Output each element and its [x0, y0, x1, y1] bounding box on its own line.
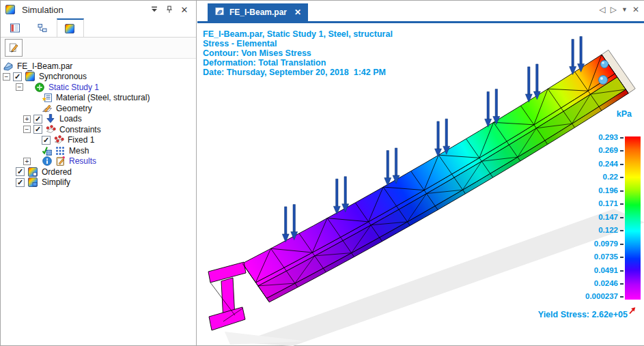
annotation-line: Contour: Von Mises Stress	[203, 48, 393, 58]
tree-item-synchronous[interactable]: −✓Synchronous	[1, 72, 196, 83]
app-window: Simulation ✕ FE_I-Beam.par−✓Synchronous−…	[0, 0, 644, 346]
tab-close-icon[interactable]: ✕	[294, 8, 301, 17]
annotation-line: Stress - Elemental	[203, 39, 393, 48]
stress-legend: kPa 0.2930.2690.2440.220.1960.1710.1470.…	[580, 109, 644, 314]
checkbox[interactable]: ✓	[33, 125, 42, 134]
checkbox[interactable]: ✓	[33, 115, 42, 124]
document-tab-label: FE_I-Beam.par	[229, 8, 287, 17]
legend-value: 0.0735	[580, 253, 618, 261]
mesh-check-icon	[42, 145, 53, 156]
tree-item-mesh[interactable]: Mesh	[1, 145, 196, 156]
tree-item-label: Results	[68, 156, 96, 166]
tree-item-label: Geometry	[55, 104, 92, 113]
tree-item-label: Mesh	[68, 146, 89, 156]
document-icon	[214, 6, 225, 18]
panel-tab-colormap[interactable]	[57, 18, 84, 37]
legend-tick	[620, 270, 624, 272]
tree-item-fixed-1[interactable]: ✓Fixed 1	[1, 135, 196, 146]
simulation-panel-icon	[5, 4, 16, 15]
tab-forward-icon[interactable]: ▷	[611, 5, 617, 14]
tree-item-fe-i-beam-par[interactable]: FE_I-Beam.par	[1, 61, 196, 72]
view-close-icon[interactable]: ✕	[632, 5, 639, 14]
tree-item-label: Static Study 1	[47, 83, 99, 92]
legend-tick	[620, 296, 624, 298]
legend-tick	[620, 137, 624, 139]
edgebar-icon	[10, 23, 20, 33]
legend-tick	[620, 164, 624, 165]
simulation-panel: Simulation ✕ FE_I-Beam.par−✓Synchronous−…	[1, 1, 197, 345]
tree-item-label: Synchronous	[38, 72, 87, 81]
tree-item-loads[interactable]: +✓Loads	[1, 114, 196, 125]
checkbox[interactable]: ✓	[16, 167, 25, 176]
edit-study-button[interactable]	[5, 39, 23, 57]
expander-icon[interactable]: +	[23, 158, 31, 165]
tree-item-geometry[interactable]: Geometry	[1, 103, 196, 114]
tree-item-ordered[interactable]: ✓Ordered	[1, 167, 196, 177]
expander-icon[interactable]: −	[23, 126, 31, 133]
legend-value: 0.196	[580, 186, 618, 194]
colormap-icon	[64, 23, 75, 34]
tab-back-icon[interactable]: ◁	[600, 5, 606, 14]
panel-close-icon[interactable]: ✕	[177, 3, 192, 16]
tree-item-label: Ordered	[40, 167, 72, 177]
panel-title: Simulation	[22, 5, 147, 15]
checkbox[interactable]: ✓	[13, 72, 22, 81]
tree-item-label: FE_I-Beam.par	[16, 61, 72, 71]
part-icon	[3, 61, 14, 72]
report-icon	[55, 156, 66, 167]
legend-tick	[620, 257, 624, 258]
svg-text:★: ★	[42, 96, 47, 102]
legend-value: 0.0491	[580, 266, 618, 274]
ordered-icon	[27, 167, 38, 177]
expander-icon[interactable]: +	[23, 115, 31, 123]
panel-dock-tabs	[1, 18, 196, 38]
material-icon: ★	[42, 92, 53, 103]
view-annotation: FE_I-Beam.par, Static Study 1, Steel, st…	[203, 29, 393, 77]
document-tabstrip: FE_I-Beam.par ✕ ◁ ▷ ▼ ✕	[197, 1, 644, 23]
legend-tick	[620, 244, 624, 245]
panel-header: Simulation ✕	[1, 1, 196, 18]
panel-toolbar	[1, 38, 196, 59]
yield-stress-note: Yield Stress: 2.62e+05	[538, 310, 636, 319]
legend-value: 0.0979	[580, 240, 618, 248]
legend-tick	[620, 203, 624, 205]
tree-item-constraints[interactable]: −✓Constraints	[1, 124, 196, 135]
tree-item-static-study-1[interactable]: −Static Study 1	[1, 82, 196, 93]
checkbox[interactable]: ✓	[16, 178, 25, 187]
tree-item-results[interactable]: +Results	[1, 156, 196, 167]
expander-icon[interactable]: −	[16, 83, 23, 91]
yield-stress-label: Yield Stress: 2.62e+05	[538, 310, 628, 319]
legend-value: 0.171	[580, 199, 618, 207]
legend-value: 0.147	[580, 213, 618, 221]
tab-list-icon[interactable]: ▼	[621, 6, 628, 13]
yield-marker-icon	[628, 306, 636, 315]
legend-tick	[620, 217, 624, 218]
annotation-line: FE_I-Beam.par, Static Study 1, Steel, st…	[203, 29, 393, 39]
loads-icon	[45, 113, 56, 124]
legend-tick	[620, 283, 624, 285]
expander-icon[interactable]: −	[3, 73, 10, 81]
collapse-group-icon[interactable]	[147, 3, 162, 16]
legend-tick	[620, 190, 624, 192]
panel-tab-pathfinder[interactable]	[29, 18, 57, 37]
fixed-icon	[53, 134, 64, 145]
checkbox[interactable]: ✓	[42, 136, 51, 145]
document-tab[interactable]: FE_I-Beam.par ✕	[208, 3, 308, 21]
constraints-icon	[45, 124, 56, 135]
annotation-line: Date: Thursday, September 20, 2018 1:42 …	[203, 68, 393, 77]
pin-icon[interactable]	[162, 3, 177, 16]
tree-item-simplify[interactable]: ✓Simplify	[1, 177, 196, 188]
tree-item-label: Constraints	[58, 125, 101, 134]
info-icon	[42, 156, 53, 167]
mesh-dots-icon	[55, 145, 66, 156]
legend-tick	[620, 177, 624, 178]
tree-item-material-steel-structural[interactable]: ★Material (Steel, structural)	[1, 93, 196, 104]
panel-tab-edgebar[interactable]	[2, 18, 29, 37]
document-viewport: FE_I-Beam.par ✕ ◁ ▷ ▼ ✕	[197, 1, 644, 345]
study-icon	[34, 82, 45, 93]
tree-item-label: Material (Steel, structural)	[55, 93, 150, 102]
legend-value: 0.122	[580, 226, 618, 234]
legend-tick	[620, 150, 624, 152]
legend-value: 0.244	[580, 160, 618, 168]
legend-unit: kPa	[617, 109, 632, 119]
